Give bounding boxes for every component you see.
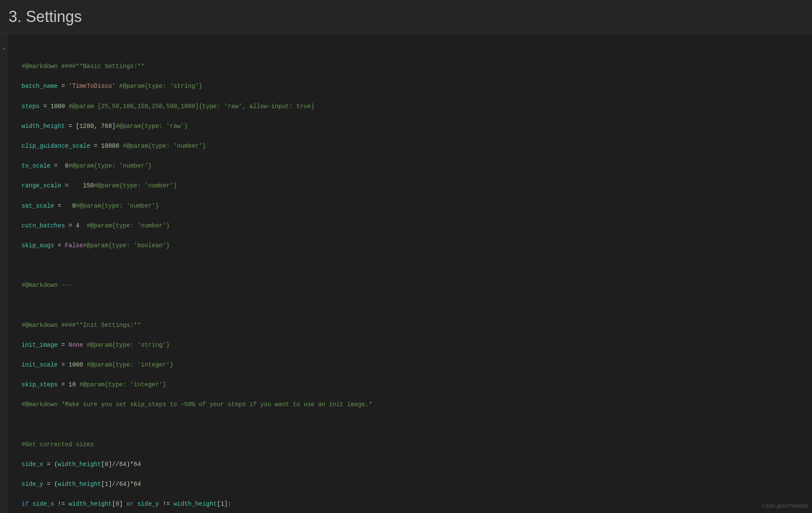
code-line-8: sat_scale = 0#@param{type: 'number'}: [22, 201, 803, 211]
code-line-20: #Get corrected sizes: [22, 440, 803, 450]
code-line-14: #@markdown ####**Init Settings:**: [22, 320, 803, 330]
code-line-10: skip_augs = False#@param{type: 'boolean'…: [22, 241, 803, 251]
code-line-5: clip_guidance_scale = 10000 #@param{type…: [22, 141, 803, 151]
code-line-17: skip_steps = 10 #@param{type: 'integer'}: [22, 380, 803, 390]
line-indicator: ⌄: [0, 34, 9, 513]
code-line-13: [22, 300, 803, 310]
code-line-16: init_scale = 1000 #@param{type: 'integer…: [22, 360, 803, 370]
code-container: #@markdown ####**Basic Settings:** batch…: [9, 34, 812, 513]
code-line-12: #@markdown ---: [22, 280, 803, 290]
code-line-11: [22, 261, 803, 270]
code-line-21: side_x = (width_height[0]//64)*64: [22, 460, 803, 469]
code-line-6: tv_scale = 0#@param{type: 'number'}: [22, 161, 803, 171]
content-area: ⌄ #@markdown ####**Basic Settings:** bat…: [0, 34, 812, 513]
watermark: CSDN @WYT889588: [762, 504, 808, 509]
code-line-23: if side_x != width_height[0] or side_y !…: [22, 499, 803, 509]
collapse-icon[interactable]: ⌄: [2, 43, 6, 51]
code-line-22: side_y = (width_height[1]//64)*64: [22, 479, 803, 489]
code-line-2: batch_name = 'TimeToDisco' #@param{type:…: [22, 81, 803, 91]
code-line-7: range_scale = 150#@param{type: 'number'}: [22, 181, 803, 191]
code-line-4: width_height = [1280, 768]#@param{type: …: [22, 121, 803, 131]
code-line-3: steps = 1000 #@param [25,50,100,150,250,…: [22, 102, 803, 112]
code-line-18: #@markdown *Make sure you set skip_steps…: [22, 400, 803, 410]
code-line-15: init_image = None #@param{type: 'string'…: [22, 340, 803, 350]
code-line-1: #@markdown ####**Basic Settings:**: [22, 62, 803, 72]
code-line-19: [22, 420, 803, 430]
code-line-9: cutn_batches = 4 #@param{type: 'number'}: [22, 221, 803, 231]
page-title-bar: 3. Settings: [0, 0, 812, 34]
page-title: 3. Settings: [9, 8, 799, 26]
